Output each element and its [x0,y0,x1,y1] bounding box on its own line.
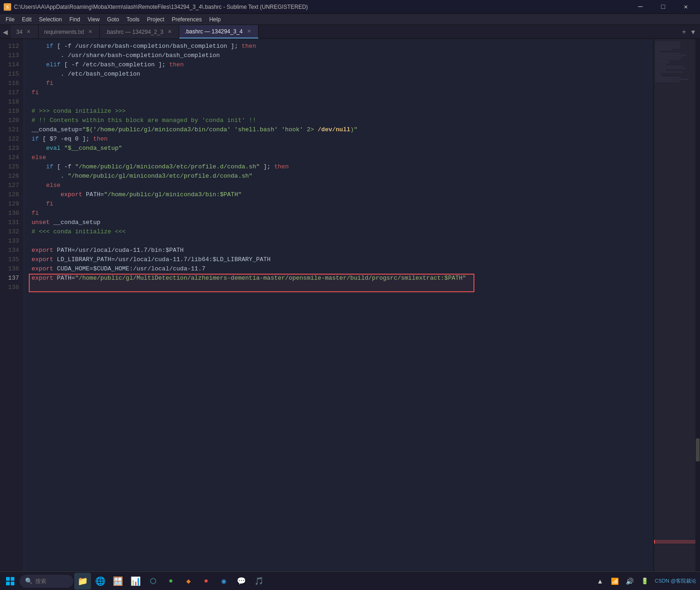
tab-bashrc-2-close[interactable]: ✕ [166,28,173,35]
code-line-134: export PATH=/usr/local/cuda-11.7/bin:$PA… [32,246,654,255]
line-num-123: 123 [0,144,24,153]
line-num-137: 137 [0,274,24,283]
tray-icon-1[interactable]: ▲ [594,575,607,588]
line-num-113: 113 [0,51,24,60]
taskbar-app-8[interactable]: ◉ [215,573,232,590]
taskbar-app-7[interactable]: ● [198,573,214,590]
line-num-128: 128 [0,190,24,199]
taskbar: 🔍 📁 🌐 🪟 📊 ⬡ ● ◆ ● ◉ 💬 🎵 ▲ 📶 🔊 🔋 CSDN @客院… [0,571,700,590]
code-line-118 [32,97,654,107]
taskbar-search[interactable]: 🔍 [19,575,73,588]
tab-back-button[interactable]: ◀ [0,25,11,38]
line-num-126: 126 [0,172,24,181]
tab-bar: ◀ 34 ✕ requirements.txt ✕ .bashrc — 1342… [0,25,700,39]
menu-edit[interactable]: Edit [18,15,35,24]
taskbar-app-10[interactable]: 🎵 [251,573,267,590]
tab-bashrc-3[interactable]: .bashrc — 134294_3_4 ✕ [179,25,259,38]
tab-requirements-label: requirements.txt [44,29,84,35]
menu-project[interactable]: Project [143,15,168,24]
svg-rect-0 [6,577,10,581]
code-line-135: export LD_LIBRARY_PATH=/usr/local/cuda-1… [32,255,654,264]
code-line-130: fi [32,209,654,218]
taskbar-app-1[interactable]: 📁 [74,573,91,590]
menu-view[interactable]: View [84,15,104,24]
code-line-124: else [32,153,654,162]
window-title: C:\Users\AA\AppData\Roaming\MobaXterm\sl… [14,4,308,10]
code-line-136: export CUDA_HOME=$CUDA_HOME:/usr/local/c… [32,264,654,274]
code-line-115: . /etc/bash_completion [32,70,654,79]
tab-requirements-close[interactable]: ✕ [87,28,94,35]
menu-find[interactable]: Find [65,15,84,24]
menu-preferences[interactable]: Preferences [168,15,206,24]
tab-34-label: 34 [16,29,22,35]
code-line-113: . /usr/share/bash-completion/bash_comple… [32,51,654,60]
line-num-131: 131 [0,218,24,227]
taskbar-app-3[interactable]: 📊 [127,573,144,590]
scrollbar-thumb[interactable] [696,438,700,462]
tab-34-close[interactable]: ✕ [25,28,32,35]
code-line-117: fi [32,88,654,97]
close-button[interactable]: ✕ [675,0,696,14]
taskbar-app-4[interactable]: ⬡ [145,573,162,590]
title-bar-left: S C:\Users\AA\AppData\Roaming\MobaXterm\… [4,3,308,11]
start-button[interactable] [2,573,19,590]
app-icon: S [4,3,11,11]
menu-file[interactable]: File [2,15,18,24]
taskbar-app-2[interactable]: 🪟 [110,573,126,590]
tab-add-button[interactable]: + [682,28,686,36]
battery-icon[interactable]: 🔋 [638,575,651,588]
menu-selection[interactable]: Selection [35,15,65,24]
search-input[interactable] [35,578,68,584]
line-num-127: 127 [0,181,24,190]
menu-help[interactable]: Help [206,15,225,24]
line-num-122: 122 [0,135,24,144]
tab-bashrc-3-close[interactable]: ✕ [246,28,253,35]
tab-bashrc-3-label: .bashrc — 134294_3_4 [185,28,243,35]
line-num-138: 138 [0,283,24,292]
selected-region: export PATH="/home/public/gl/MultiDetect… [32,274,654,292]
taskbar-app-9[interactable]: 💬 [233,573,250,590]
tab-requirements[interactable]: requirements.txt ✕ [39,25,100,38]
network-icon[interactable]: 📶 [609,575,622,588]
code-line-132: # <<< conda initialize <<< [32,227,654,237]
maximize-button[interactable]: □ [653,0,674,14]
code-line-114: elif [ -f /etc/bash_completion ]; then [32,60,654,70]
menu-bar: File Edit Selection Find View Goto Tools… [0,14,700,25]
code-line-125: if [ -f "/home/public/gl/miniconda3/etc/… [32,162,654,172]
svg-rect-1 [11,577,14,581]
tab-34[interactable]: 34 ✕ [11,25,39,38]
taskbar-app-5[interactable]: ● [162,573,179,590]
code-content[interactable]: if [ -f /usr/share/bash-completion/bash_… [24,39,654,571]
taskbar-tray: ▲ 📶 🔊 🔋 CSDN @客院裁论 [594,575,698,588]
menu-tools[interactable]: Tools [123,15,143,24]
line-num-124: 124 [0,153,24,162]
window-controls: ─ □ ✕ [630,0,696,14]
line-num-134: 134 [0,246,24,255]
tab-bashrc-2-label: .bashrc — 134294_2_3 [105,29,163,35]
menu-goto[interactable]: Goto [104,15,123,24]
code-line-112: if [ -f /usr/share/bash-completion/bash_… [32,42,654,51]
line-num-115: 115 [0,70,24,79]
code-line-122: if [ $? -eq 0 ]; then [32,135,654,144]
minimize-button[interactable]: ─ [630,0,651,14]
code-line-129: fi [32,199,654,209]
code-line-120: # !! Contents within this block are mana… [32,116,654,125]
line-num-120: 120 [0,116,24,125]
minimap: ████████████████████████████████████ ███… [654,39,695,571]
line-numbers: 112 113 114 115 116 117 118 119 120 121 … [0,39,24,571]
minimap-selection-indicator [654,540,695,544]
line-num-119: 119 [0,107,24,116]
line-num-116: 116 [0,79,24,88]
title-bar: S C:\Users\AA\AppData\Roaming\MobaXterm\… [0,0,700,14]
tab-bashrc-2[interactable]: .bashrc — 134294_2_3 ✕ [100,25,179,38]
line-num-136: 136 [0,264,24,274]
svg-rect-3 [11,582,14,585]
taskbar-app-6[interactable]: ◆ [180,573,197,590]
vertical-scrollbar[interactable] [695,39,700,571]
code-line-133 [32,237,654,246]
tab-menu-button[interactable]: ▼ [690,28,696,36]
taskbar-app-browser[interactable]: 🌐 [92,573,109,590]
code-line-119: # >>> conda initialize >>> [32,107,654,116]
volume-icon[interactable]: 🔊 [623,575,636,588]
line-num-114: 114 [0,60,24,70]
